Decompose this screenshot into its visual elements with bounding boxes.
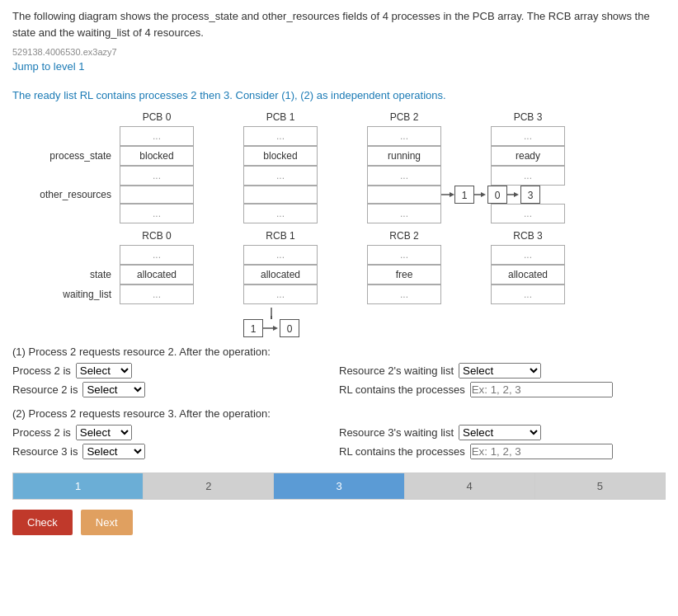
progress-step-4[interactable]: 4 xyxy=(405,473,535,499)
pcb0-dots1: ... xyxy=(120,126,194,146)
pcb1-dots1: ... xyxy=(243,126,318,146)
q1-resource2-select[interactable]: Select allocated free xyxy=(82,382,145,397)
pcb3-dots2: ... xyxy=(491,166,565,186)
q1-title: (1) Process 2 requests resource 2. After… xyxy=(12,346,666,358)
svg-marker-9 xyxy=(273,326,278,331)
q2-rl-label: RL contains the processes xyxy=(339,445,465,458)
progress-step-5[interactable]: 5 xyxy=(535,473,665,499)
svg-marker-3 xyxy=(481,192,486,197)
pcb2-dots3: ... xyxy=(367,204,441,223)
pcb0-dots3: ... xyxy=(120,204,194,223)
q1-rl-label: RL contains the processes xyxy=(339,383,465,396)
rcb2-dots1: ... xyxy=(367,245,441,265)
q1-resource2-waiting-select[interactable]: Select 2 3 2, 3 3, 2 xyxy=(459,363,541,379)
pcb1-dots2: ... xyxy=(243,166,318,186)
pcb0-process-state: blocked xyxy=(120,146,194,166)
rcb0-header: RCB 0 xyxy=(120,230,194,242)
rcb1-wait-node2: 0 xyxy=(280,319,299,337)
rcb1-arrow-down xyxy=(271,308,272,319)
q2-title: (2) Process 2 requests resource 3. After… xyxy=(12,407,666,420)
diagram: PCB 0 PCB 1 PCB 2 PCB 3 ... ... ... ... … xyxy=(12,111,666,337)
pcb3-header: PCB 3 xyxy=(491,111,565,123)
arrow-pcb2-to-node xyxy=(441,186,454,204)
rcb3-waiting: ... xyxy=(491,284,565,304)
q1-rl-input[interactable] xyxy=(470,382,613,397)
q2-process2-label: Process 2 is xyxy=(12,426,71,439)
other-resources-label: other_resources xyxy=(12,189,120,200)
rcb3-state: allocated xyxy=(491,265,565,284)
progress-step-1[interactable]: 1 xyxy=(13,473,144,499)
rcb2-state: free xyxy=(367,265,441,284)
pcb1-process-state: blocked xyxy=(243,146,318,166)
rcb-state-label: state xyxy=(12,269,120,280)
arrow-node2-to-node3 xyxy=(507,186,520,204)
rcb1-wait-arrow xyxy=(263,319,280,337)
pcb3-process-state: ready xyxy=(491,146,565,166)
pcb1-header: PCB 1 xyxy=(243,111,318,123)
progress-step-2[interactable]: 2 xyxy=(144,473,274,499)
rcb1-header: RCB 1 xyxy=(243,230,318,242)
rcb1-wait-node1: 1 xyxy=(243,319,263,337)
rcb2-waiting: ... xyxy=(367,284,441,304)
q1-process2-select[interactable]: Select blocked running ready xyxy=(76,363,132,379)
arrow-node1-to-node2 xyxy=(474,186,487,204)
pcb2-dots1: ... xyxy=(367,126,441,146)
q2-resource3-waiting-select[interactable]: Select 2 3 2, 3 3, 2 xyxy=(459,425,541,440)
pcb0-dots2: ... xyxy=(120,166,194,186)
other-res-node1: 1 xyxy=(454,186,474,204)
rcb-waiting-label: waiting_list xyxy=(12,289,120,300)
session-id: 529138.4006530.ex3azy7 xyxy=(12,47,666,57)
rcb3-dots1: ... xyxy=(491,245,565,265)
rcb2-header: RCB 2 xyxy=(367,230,441,242)
rcb0-waiting: ... xyxy=(120,284,194,304)
pcb2-dots2: ... xyxy=(367,166,441,186)
q1-resource2-waiting-label: Resource 2's waiting list xyxy=(339,364,454,377)
pcb1-dots3: ... xyxy=(243,204,318,223)
q2-resource3-waiting-label: Resource 3's waiting list xyxy=(339,426,454,439)
progress-step-3[interactable]: 3 xyxy=(274,473,404,499)
rcb0-dots1: ... xyxy=(120,245,194,265)
check-button[interactable]: Check xyxy=(12,510,73,535)
button-row: Check Next xyxy=(12,510,666,535)
pcb2-other-res xyxy=(367,186,441,204)
pcb2-process-state: running xyxy=(367,146,441,166)
intro-text-1: The following diagram shows the process_… xyxy=(12,8,666,40)
question-text: The ready list RL contains processes 2 t… xyxy=(12,89,666,101)
q2-resource3-label: Resource 3 is xyxy=(12,445,78,458)
pcb0-header: PCB 0 xyxy=(120,111,194,123)
q1-resource2-label: Resource 2 is xyxy=(12,383,78,396)
rcb3-header: RCB 3 xyxy=(491,230,565,242)
pcb3-dots1: ... xyxy=(491,126,565,146)
next-button[interactable]: Next xyxy=(81,510,133,535)
pcb2-header: PCB 2 xyxy=(367,111,441,123)
rcb0-state: allocated xyxy=(120,265,194,284)
pcb3-dots3: ... xyxy=(491,204,565,223)
q2-resource3-select[interactable]: Select allocated free xyxy=(82,444,145,459)
q1-process2-label: Process 2 is xyxy=(12,364,71,377)
other-res-node2: 0 xyxy=(487,186,507,204)
question2-section: (2) Process 2 requests resource 3. After… xyxy=(12,407,666,459)
q2-rl-input[interactable] xyxy=(470,444,613,459)
process-state-label: process_state xyxy=(12,150,120,162)
q2-process2-select[interactable]: Select blocked running ready xyxy=(76,425,132,440)
progress-bar: 1 2 3 4 5 xyxy=(12,473,666,500)
pcb1-other-res xyxy=(243,186,318,204)
rcb1-waiting: ... xyxy=(243,284,318,304)
question1-section: (1) Process 2 requests resource 2. After… xyxy=(12,346,666,397)
svg-marker-5 xyxy=(514,192,519,197)
other-res-node3: 3 xyxy=(520,186,540,204)
rcb1-dots1: ... xyxy=(243,245,318,265)
rcb1-state: allocated xyxy=(243,265,318,284)
pcb0-other-res xyxy=(120,186,194,204)
jump-to-level1-link[interactable]: Jump to level 1 xyxy=(12,60,84,73)
